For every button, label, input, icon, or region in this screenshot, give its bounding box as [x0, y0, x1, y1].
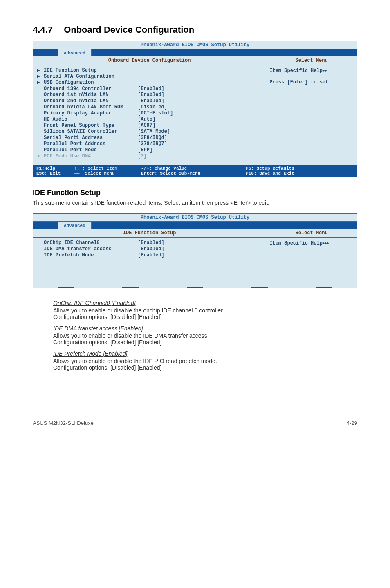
bios-columns: Onboard Device Configuration ▶IDE Functi… [33, 56, 357, 165]
option-block: OnChip IDE Channel0 [Enabled]Allows you … [53, 300, 357, 320]
row-value: [Auto] [138, 117, 262, 123]
row-label: Parallel Port Address [44, 141, 138, 147]
bios-row[interactable]: Parallel Port Mode[EPP] [37, 147, 262, 153]
row-label: Parallel Port Mode [44, 147, 138, 153]
key-exit: ESC: Exit →←: Select Menu [36, 171, 141, 176]
bios-right-panel-2: Select Menu Item Specific Help▸▸▸ [266, 229, 357, 287]
row-marker-icon [37, 129, 44, 135]
left-panel-title-2: IDE Function Setup [33, 229, 266, 238]
footer-left: ASUS M2N32-SLI Deluxe [33, 420, 94, 426]
key-bar: F1:Help ↑↓ : Select Item -/+: Change Val… [33, 165, 357, 177]
row-marker-icon [37, 135, 44, 141]
row-label: ECP Mode Use DMA [44, 153, 138, 159]
row-label: Primary Display Adapter [44, 110, 138, 117]
bios-row[interactable]: Primary Display Adapter[PCI-E slot] [37, 110, 262, 117]
key-help: F1:Help ↑↓ : Select Item [36, 166, 141, 171]
option-block: IDE DMA transfer access [Enabled]Allows … [53, 325, 357, 346]
bios-row[interactable]: IDE DMA transfer access[Enabled] [37, 246, 262, 252]
page-footer: ASUS M2N32-SLI Deluxe 4-29 [33, 420, 357, 426]
row-value: [Enabled] [138, 246, 262, 252]
bios-row[interactable]: Onboard nVidia LAN Boot ROM[Disabled] [37, 104, 262, 110]
select-menu-title: Select Menu [266, 56, 357, 65]
row-label: Onboard 1394 Controller [44, 86, 138, 92]
bios-row[interactable]: IDE Prefetch Mode[Enabled] [37, 252, 262, 258]
row-label: Front Panel Support Type [44, 123, 138, 129]
bios-row[interactable]: ▶Serial-ATA Configuration [37, 74, 262, 80]
key-change: -/+: Change Value [141, 166, 246, 171]
key-defaults: F5: Setup Defaults [246, 166, 350, 171]
row-label: IDE Prefetch Mode [44, 252, 138, 258]
row-value: [EPP] [138, 147, 262, 153]
key-save: F10: Save and Exit [246, 171, 350, 176]
key-submenu: Enter: Select Sub-menu [141, 171, 246, 176]
help-body: Item Specific Help▸▸ Press [Enter] to se… [266, 65, 357, 88]
option-title: IDE DMA transfer access [Enabled] [53, 325, 357, 332]
bios-row[interactable]: Serial Port1 Address[3F8/IRQ4] [37, 135, 262, 141]
bios-right-panel: Select Menu Item Specific Help▸▸ Press [… [266, 56, 357, 165]
bios-row[interactable]: Onboard 1st nVidia LAN[Enabled] [37, 92, 262, 98]
row-marker-icon: ▶ [37, 74, 44, 80]
bios-panel-onboard: Phoenix-Award BIOS CMOS Setup Utility Ad… [33, 41, 357, 177]
bios-row[interactable]: ▶IDE Function Setup [37, 67, 262, 74]
option-title: OnChip IDE Channel0 [Enabled] [53, 300, 357, 306]
row-label: IDE DMA transfer access [44, 246, 138, 252]
options-block: OnChip IDE Channel0 [Enabled]Allows you … [33, 300, 357, 371]
tab-advanced[interactable]: Advanced [58, 49, 92, 56]
row-value: [AC97] [138, 123, 262, 129]
left-panel-body: ▶IDE Function Setup▶Serial-ATA Configura… [33, 65, 266, 165]
row-marker-icon [37, 147, 44, 153]
row-label: OnChip IDE Channel0 [44, 240, 138, 246]
option-desc: Allows you to enable or disable the IDE … [53, 358, 357, 364]
row-value: [378/IRQ7] [138, 141, 262, 147]
row-value: [Enabled] [138, 240, 262, 246]
row-label: Onboard nVidia LAN Boot ROM [44, 104, 138, 110]
row-marker-icon [37, 252, 44, 258]
row-marker-icon [37, 98, 44, 104]
row-value: [Enabled] [138, 86, 262, 92]
row-label: USB Configuration [44, 80, 138, 86]
section-title: Onboard Device Configuration [64, 25, 194, 35]
bios-title-bar-2: Phoenix-Award BIOS CMOS Setup Utility [33, 214, 357, 222]
row-marker-icon [37, 240, 44, 246]
row-value: [Enabled] [138, 92, 262, 98]
option-config: Configuration options: [Disabled] [Enabl… [53, 364, 357, 371]
bios-row[interactable]: OnChip IDE Channel0[Enabled] [37, 240, 262, 246]
section-number: 4.4.7 [33, 25, 61, 35]
option-config: Configuration options: [Disabled] [Enabl… [53, 314, 357, 320]
bios-row[interactable]: xECP Mode Use DMA[3] [37, 153, 262, 159]
bios-row[interactable]: Onboard 1394 Controller[Enabled] [37, 86, 262, 92]
tab-strip: Advanced [33, 49, 357, 56]
help-arrows-icon: ▸▸ [323, 68, 327, 74]
bios-row[interactable]: Silicon SATAII Controller[SATA Mode] [37, 129, 262, 135]
bios-title-bar: Phoenix-Award BIOS CMOS Setup Utility [33, 41, 357, 49]
row-value: [Enabled] [138, 252, 262, 258]
row-marker-icon [37, 246, 44, 252]
row-label: Onboard 1st nVidia LAN [44, 92, 138, 98]
row-value: [Enabled] [138, 98, 262, 104]
help-arrows-icon-2: ▸▸▸ [323, 240, 329, 246]
bios-panel-ide: Phoenix-Award BIOS CMOS Setup Utility Ad… [33, 213, 357, 288]
row-value: [Disabled] [138, 104, 262, 110]
bios-row[interactable]: Front Panel Support Type[AC97] [37, 123, 262, 129]
row-marker-icon [37, 110, 44, 117]
help-line1-2: Item Specific Help [269, 240, 323, 246]
bios-row[interactable]: Onboard 2nd nVidia LAN[Enabled] [37, 98, 262, 104]
row-label: Serial-ATA Configuration [44, 74, 138, 80]
row-value: [SATA Mode] [138, 129, 262, 135]
row-value: [3F8/IRQ4] [138, 135, 262, 141]
row-marker-icon: ▶ [37, 80, 44, 86]
ide-desc: This sub-menu contains IDE function-rela… [33, 200, 357, 206]
row-value [138, 67, 262, 74]
row-marker-icon [37, 117, 44, 123]
row-label: Onboard 2nd nVidia LAN [44, 98, 138, 104]
option-config: Configuration options: [Disabled] [Enabl… [53, 339, 357, 346]
bios-row[interactable]: ▶USB Configuration [37, 80, 262, 86]
help-body-2: Item Specific Help▸▸▸ [266, 238, 357, 249]
tab-advanced-2[interactable]: Advanced [58, 222, 92, 229]
option-desc: Allows you to enable or disable the IDE … [53, 332, 357, 339]
option-desc: Allows you to enable or disable the onch… [53, 307, 357, 314]
row-label: HD Audio [44, 117, 138, 123]
select-menu-title-2: Select Menu [266, 229, 357, 238]
bios-row[interactable]: Parallel Port Address[378/IRQ7] [37, 141, 262, 147]
bios-row[interactable]: HD Audio[Auto] [37, 117, 262, 123]
